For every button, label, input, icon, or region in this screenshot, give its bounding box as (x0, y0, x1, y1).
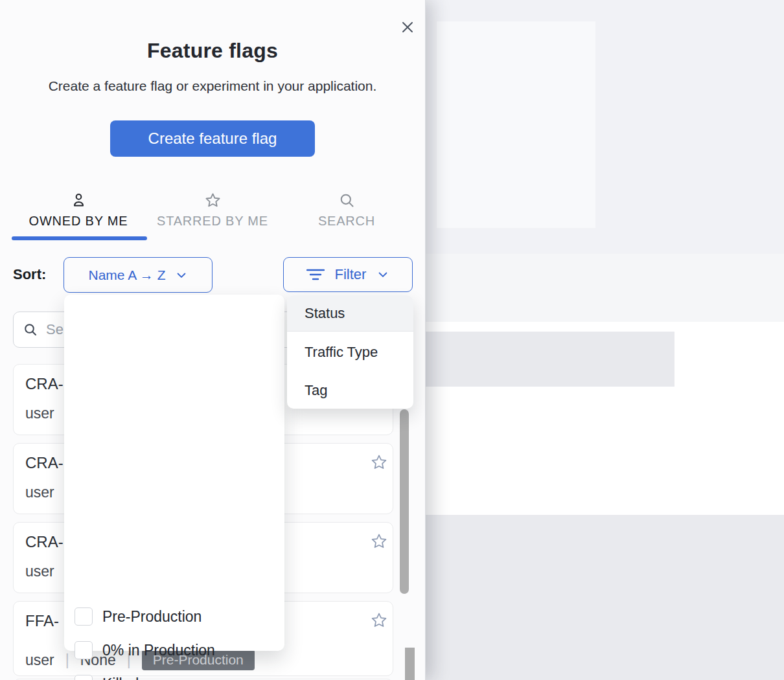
page-background-band (426, 254, 784, 322)
flag-traffic-type: user (25, 652, 54, 669)
tab-search-label: SEARCH (318, 214, 375, 229)
tab-starred-label: STARRED BY ME (157, 214, 268, 229)
status-options-dropdown: Pre-Production 0% in Production Killed I… (64, 295, 284, 651)
checkbox-icon[interactable] (75, 641, 93, 659)
filter-lines-icon (306, 267, 325, 282)
status-option[interactable]: Pre-Production (64, 600, 284, 633)
filter-menu-item-tag[interactable]: Tag (287, 372, 413, 409)
status-option[interactable]: 0% in Production (64, 633, 284, 667)
chevron-down-icon (175, 269, 188, 282)
tab-owned-by-me[interactable]: OWNED BY ME (12, 192, 145, 229)
filter-dropdown[interactable]: Filter (283, 257, 413, 292)
flag-name: CRA- (25, 454, 63, 472)
filter-category-menu: Status Traffic Type Tag (287, 295, 413, 409)
sort-value: Name A → Z (88, 267, 165, 283)
tab-starred-by-me[interactable]: STARRED BY ME (148, 192, 277, 229)
checkbox-icon[interactable] (75, 607, 93, 626)
flag-name: CRA- (25, 533, 63, 551)
flag-name: CRA- (25, 375, 63, 393)
create-feature-flag-button[interactable]: Create feature flag (110, 120, 315, 157)
search-icon (338, 192, 356, 209)
star-icon[interactable] (370, 611, 389, 630)
list-scrollbar-strip[interactable] (405, 648, 415, 680)
filter-menu-item-status[interactable]: Status (287, 295, 413, 332)
flag-traffic-type: user (25, 484, 54, 501)
sort-label: Sort: (13, 266, 46, 283)
page-background-bottom (426, 515, 784, 680)
page-background-card (437, 21, 595, 228)
star-icon (204, 192, 222, 209)
star-icon[interactable] (370, 453, 389, 472)
page-background-gray-bar (426, 332, 674, 387)
sort-dropdown[interactable]: Name A → Z (63, 257, 213, 293)
checkbox-icon[interactable] (75, 675, 93, 680)
flag-name: FFA- (25, 612, 59, 630)
person-icon (70, 192, 87, 209)
star-icon[interactable] (370, 532, 389, 551)
status-option[interactable]: Killed (64, 667, 284, 680)
filter-menu-item-traffic-type[interactable]: Traffic Type (287, 334, 413, 370)
list-scrollbar-thumb[interactable] (400, 409, 409, 594)
active-tab-underline (12, 236, 147, 240)
flag-traffic-type: user (25, 563, 54, 580)
tab-owned-label: OWNED BY ME (29, 214, 128, 229)
page-subtitle: Create a feature flag or experiment in y… (0, 78, 425, 94)
flag-traffic-type: user (25, 405, 54, 422)
feature-flags-modal: Feature flags Create a feature flag or e… (0, 0, 426, 680)
filter-label: Filter (335, 266, 367, 283)
search-icon (23, 322, 38, 337)
tab-search[interactable]: SEARCH (314, 192, 379, 229)
close-icon[interactable] (399, 19, 416, 36)
chevron-down-icon (376, 268, 389, 281)
page-title: Feature flags (0, 39, 425, 63)
